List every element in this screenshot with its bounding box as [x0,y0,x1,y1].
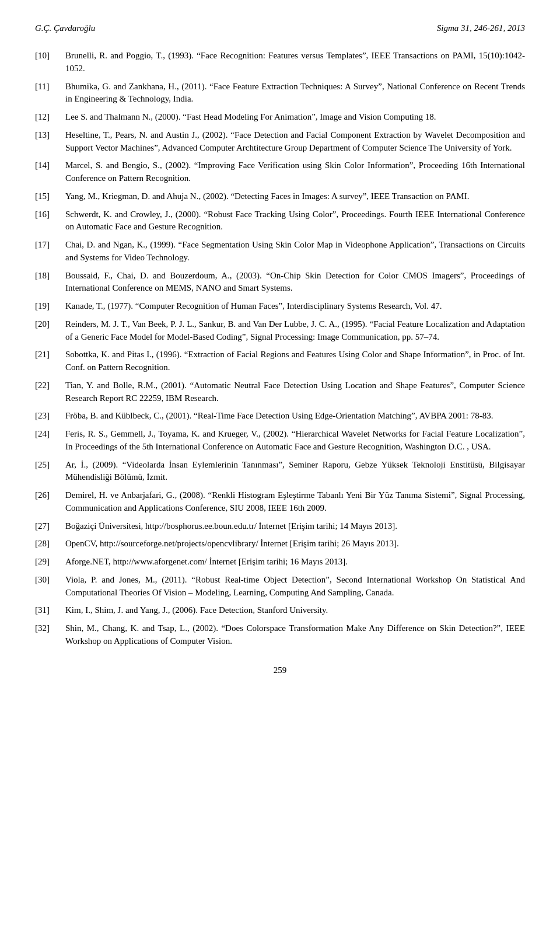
ref-number: [26] [35,489,65,502]
ref-text: Fröba, B. and Küblbeck, C., (2001). “Rea… [65,410,525,423]
ref-item: [23]Fröba, B. and Küblbeck, C., (2001). … [35,410,525,423]
ref-text: Bhumika, G. and Zankhana, H., (2011). “F… [65,81,525,106]
ref-text: Aforge.NET, http://www.aforgenet.com/ İn… [65,556,525,569]
ref-text: Ar, İ., (2009). “Videolarda İnsan Eyleml… [65,459,525,484]
ref-text: Feris, R. S., Gemmell, J., Toyama, K. an… [65,428,525,454]
page: G.Ç. Çavdaroğlu Sigma 31, 246-261, 2013 … [0,0,560,931]
ref-item: [30]Viola, P. and Jones, M., (2011). “Ro… [35,574,525,599]
ref-text: Boussaid, F., Chai, D. and Bouzerdoum, A… [65,270,525,295]
ref-text: Chai, D. and Ngan, K., (1999). “Face Seg… [65,239,525,264]
ref-text: OpenCV, http://sourceforge.net/projects/… [65,538,525,550]
ref-number: [22] [35,379,65,392]
ref-item: [28]OpenCV, http://sourceforge.net/proje… [35,538,525,550]
page-number: 259 [274,665,287,675]
ref-item: [24]Feris, R. S., Gemmell, J., Toyama, K… [35,428,525,454]
ref-item: [18]Boussaid, F., Chai, D. and Bouzerdou… [35,270,525,295]
ref-number: [13] [35,129,65,142]
ref-number: [17] [35,239,65,252]
ref-item: [20]Reinders, M. J. T., Van Beek, P. J. … [35,318,525,344]
ref-item: [14]Marcel, S. and Bengio, S., (2002). “… [35,159,525,185]
references-list: [10]Brunelli, R. and Poggio, T., (1993).… [35,50,525,648]
ref-item: [17]Chai, D. and Ngan, K., (1999). “Face… [35,239,525,264]
ref-item: [21]Sobottka, K. and Pitas I., (1996). “… [35,348,525,374]
ref-number: [18] [35,270,65,283]
ref-text: Kanade, T., (1977). “Computer Recognitio… [65,300,525,313]
ref-item: [29]Aforge.NET, http://www.aforgenet.com… [35,556,525,569]
ref-item: [25]Ar, İ., (2009). “Videolarda İnsan Ey… [35,459,525,484]
ref-text: Kim, I., Shim, J. and Yang, J., (2006). … [65,604,525,617]
page-header: G.Ç. Çavdaroğlu Sigma 31, 246-261, 2013 [35,23,525,33]
ref-item: [12]Lee S. and Thalmann N., (2000). “Fas… [35,111,525,124]
ref-number: [31] [35,604,65,617]
ref-text: Boğaziçi Üniversitesi, http://bosphorus.… [65,520,525,533]
ref-number: [15] [35,190,65,203]
ref-number: [27] [35,520,65,533]
ref-text: Lee S. and Thalmann N., (2000). “Fast He… [65,111,525,124]
ref-text: Marcel, S. and Bengio, S., (2002). “Impr… [65,159,525,185]
ref-item: [32]Shin, M., Chang, K. and Tsap, L., (2… [35,622,525,648]
ref-item: [13]Heseltine, T., Pears, N. and Austin … [35,129,525,155]
ref-text: Reinders, M. J. T., Van Beek, P. J. L., … [65,318,525,344]
ref-number: [28] [35,538,65,550]
ref-number: [10] [35,50,65,62]
ref-text: Brunelli, R. and Poggio, T., (1993). “Fa… [65,50,525,75]
ref-number: [20] [35,318,65,331]
ref-text: Shin, M., Chang, K. and Tsap, L., (2002)… [65,622,525,648]
ref-number: [29] [35,556,65,569]
ref-text: Schwerdt, K. and Crowley, J., (2000). “R… [65,208,525,234]
header-journal: Sigma 31, 246-261, 2013 [437,23,525,33]
header-author: G.Ç. Çavdaroğlu [35,23,95,33]
ref-number: [16] [35,208,65,221]
ref-text: Viola, P. and Jones, M., (2011). “Robust… [65,574,525,599]
ref-number: [19] [35,300,65,313]
ref-number: [30] [35,574,65,587]
ref-item: [31]Kim, I., Shim, J. and Yang, J., (200… [35,604,525,617]
ref-item: [16]Schwerdt, K. and Crowley, J., (2000)… [35,208,525,234]
ref-item: [19]Kanade, T., (1977). “Computer Recogn… [35,300,525,313]
ref-text: Sobottka, K. and Pitas I., (1996). “Extr… [65,348,525,374]
ref-text: Heseltine, T., Pears, N. and Austin J., … [65,129,525,155]
ref-number: [24] [35,428,65,441]
page-footer: 259 [35,665,525,675]
ref-item: [22]Tian, Y. and Bolle, R.M., (2001). “A… [35,379,525,405]
ref-number: [32] [35,622,65,635]
ref-item: [15]Yang, M., Kriegman, D. and Ahuja N.,… [35,190,525,203]
ref-item: [11]Bhumika, G. and Zankhana, H., (2011)… [35,81,525,106]
ref-number: [14] [35,159,65,172]
ref-item: [26]Demirel, H. ve Anbarjafari, G., (200… [35,489,525,515]
ref-text: Demirel, H. ve Anbarjafari, G., (2008). … [65,489,525,515]
ref-text: Tian, Y. and Bolle, R.M., (2001). “Autom… [65,379,525,405]
ref-item: [10]Brunelli, R. and Poggio, T., (1993).… [35,50,525,75]
ref-number: [11] [35,81,65,93]
ref-number: [25] [35,459,65,472]
ref-text: Yang, M., Kriegman, D. and Ahuja N., (20… [65,190,525,203]
ref-item: [27]Boğaziçi Üniversitesi, http://bospho… [35,520,525,533]
ref-number: [21] [35,348,65,361]
ref-number: [12] [35,111,65,124]
ref-number: [23] [35,410,65,423]
